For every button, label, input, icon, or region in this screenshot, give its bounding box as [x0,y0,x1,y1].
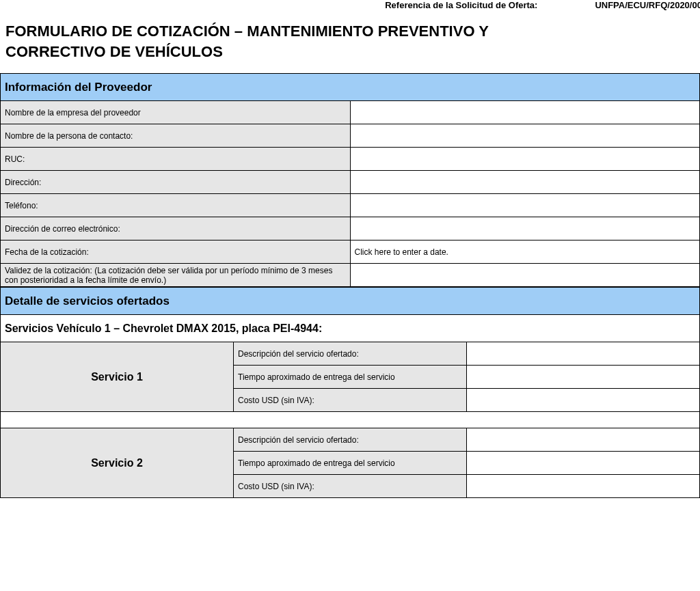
provider-table: Información del Proveedor Nombre de la e… [0,73,700,287]
provider-row: Nombre de la persona de contacto: [1,124,700,148]
services-intro: Servicios Vehículo 1 – Chevrolet DMAX 20… [1,315,700,342]
provider-row-value[interactable] [350,124,700,148]
title-line-2: CORRECTIVO DE VEHÍCULOS [5,43,700,61]
provider-row-value[interactable] [350,148,700,171]
services-section-title: Detalle de servicios ofertados [1,288,700,315]
ref-label: Referencia de la Solicitud de Oferta: [385,0,537,10]
provider-row: Nombre de la empresa del proveedor [1,101,700,124]
provider-row-value[interactable]: Click here to enter a date. [350,240,700,264]
service-sub-value[interactable] [467,452,700,475]
service-group-label: Servicio 2 [1,428,234,498]
provider-row: RUC: [1,148,700,171]
service-sub-value[interactable] [467,475,700,498]
service-sub-label: Descripción del servicio ofertado: [234,342,467,366]
services-table: Detalle de servicios ofertados Servicios… [0,287,700,498]
service-sub-label: Tiempo aproximado de entrega del servici… [234,366,467,389]
provider-row-value[interactable] [350,217,700,240]
provider-section-title: Información del Proveedor [1,74,700,101]
service-sub-label: Costo USD (sin IVA): [234,475,467,498]
provider-row-value[interactable] [350,194,700,217]
provider-row: Teléfono: [1,194,700,217]
provider-row: Dirección de correo electrónico: [1,217,700,240]
service-sub-row: Servicio 1Descripción del servicio ofert… [1,342,700,366]
provider-row-label: Dirección: [1,171,351,194]
service-sub-value[interactable] [467,366,700,389]
provider-row-label: Fecha de la cotización: [1,240,351,264]
service-sub-value[interactable] [467,342,700,366]
provider-row-value[interactable] [350,171,700,194]
provider-row-label: RUC: [1,148,351,171]
provider-row-label: Nombre de la persona de contacto: [1,124,351,148]
provider-row-label: Dirección de correo electrónico: [1,217,351,240]
provider-row-label: Validez de la cotización: (La cotización… [1,264,351,287]
service-sub-value[interactable] [467,389,700,412]
provider-row-value[interactable] [350,101,700,124]
service-sub-label: Costo USD (sin IVA): [234,389,467,412]
service-group-label: Servicio 1 [1,342,234,412]
ref-value: UNFPA/ECU/RFQ/2020/008 [595,0,700,10]
title-line-1: FORMULARIO DE COTIZACIÓN – MANTENIMIENTO… [5,23,700,40]
services-section-header: Detalle de servicios ofertados [1,288,700,315]
service-sub-row: Servicio 2Descripción del servicio ofert… [1,428,700,452]
service-group-spacer [1,412,700,428]
provider-row-label: Teléfono: [1,194,351,217]
service-sub-label: Descripción del servicio ofertado: [234,428,467,452]
provider-row: Dirección: [1,171,700,194]
form-title: FORMULARIO DE COTIZACIÓN – MANTENIMIENTO… [0,10,700,73]
provider-row: Validez de la cotización: (La cotización… [1,264,700,287]
provider-row: Fecha de la cotización:Click here to ent… [1,240,700,264]
provider-row-value[interactable] [350,264,700,287]
header-top: Referencia de la Solicitud de Oferta: UN… [0,0,700,10]
services-intro-row: Servicios Vehículo 1 – Chevrolet DMAX 20… [1,315,700,342]
service-sub-value[interactable] [467,428,700,452]
provider-section-header: Información del Proveedor [1,74,700,101]
provider-row-label: Nombre de la empresa del proveedor [1,101,351,124]
service-sub-label: Tiempo aproximado de entrega del servici… [234,452,467,475]
